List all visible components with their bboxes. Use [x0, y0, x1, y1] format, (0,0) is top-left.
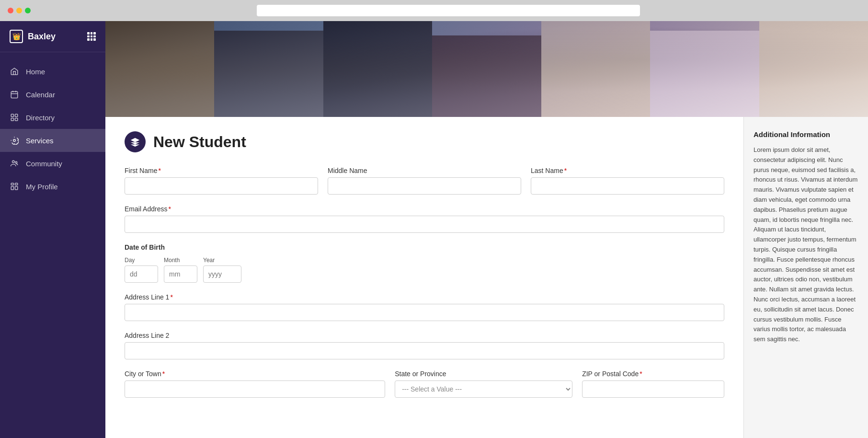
name-row: First Name* Middle Name Last Name* — [125, 167, 724, 195]
close-button[interactable] — [8, 8, 13, 13]
minimize-button[interactable] — [16, 8, 22, 13]
state-label: State or Province — [395, 370, 572, 378]
sidebar-item-my-profile[interactable]: My Profile — [0, 175, 105, 198]
brand: 👑 Baxley — [10, 30, 56, 43]
sidebar-label-calendar: Calendar — [26, 91, 55, 99]
my-profile-icon — [10, 182, 19, 191]
sidebar-header: 👑 Baxley — [0, 21, 105, 52]
brand-icon: 👑 — [10, 30, 23, 43]
services-icon — [10, 136, 19, 145]
city-label: City or Town* — [125, 370, 385, 378]
svg-point-8 — [13, 139, 16, 142]
svg-rect-0 — [11, 92, 18, 98]
dob-row: Date of Birth Day Month Year — [125, 243, 724, 283]
svg-rect-12 — [15, 183, 18, 185]
app-layout: 👑 Baxley — [0, 21, 868, 438]
email-row: Email Address* — [125, 205, 724, 233]
sidebar-label-home: Home — [26, 68, 45, 76]
zip-label: ZIP or Postal Code* — [582, 370, 724, 378]
middle-name-input[interactable] — [328, 177, 521, 195]
dob-month-label: Month — [164, 257, 197, 264]
svg-rect-5 — [15, 114, 18, 116]
sidebar-label-directory: Directory — [26, 114, 55, 122]
dob-month-input[interactable] — [164, 265, 197, 283]
community-icon — [10, 159, 19, 168]
svg-rect-13 — [11, 186, 13, 190]
email-input[interactable] — [125, 216, 724, 233]
address1-input[interactable] — [125, 304, 724, 321]
city-input[interactable] — [125, 380, 385, 398]
sidebar-item-calendar[interactable]: Calendar — [0, 83, 105, 106]
first-name-label: First Name* — [125, 167, 318, 174]
info-panel-text: Lorem ipsum dolor sit amet, consectetur … — [754, 145, 858, 345]
sidebar-nav: Home Calendar — [0, 52, 105, 438]
calendar-icon — [10, 90, 19, 99]
email-label: Email Address* — [125, 205, 724, 213]
sidebar-item-home[interactable]: Home — [0, 60, 105, 83]
sidebar-label-community: Community — [26, 160, 62, 168]
dob-day-input[interactable] — [125, 265, 158, 283]
address2-input[interactable] — [125, 342, 724, 359]
title-icon — [125, 131, 146, 152]
first-name-group: First Name* — [125, 167, 318, 195]
dob-day-label: Day — [125, 257, 158, 264]
svg-rect-14 — [15, 186, 18, 190]
first-name-input[interactable] — [125, 177, 318, 195]
dob-label: Date of Birth — [125, 243, 724, 251]
svg-point-10 — [15, 161, 17, 163]
sidebar-item-services[interactable]: Services — [0, 129, 105, 152]
page-title-row: New Student — [125, 131, 724, 152]
svg-rect-7 — [15, 118, 18, 121]
zip-input[interactable] — [582, 380, 724, 398]
address1-row: Address Line 1* — [125, 293, 724, 321]
city-state-zip-row: City or Town* State or Province --- Sele… — [125, 370, 724, 398]
grid-menu-icon[interactable] — [87, 32, 96, 41]
fullscreen-button[interactable] — [25, 8, 31, 13]
last-name-label: Last Name* — [531, 167, 724, 174]
content-area: New Student First Name* Middle Name — [105, 117, 868, 438]
sidebar: 👑 Baxley — [0, 21, 105, 438]
address-bar[interactable] — [257, 5, 640, 16]
address2-row: Address Line 2 — [125, 332, 724, 359]
address1-group: Address Line 1* — [125, 293, 724, 321]
sidebar-item-community[interactable]: Community — [0, 152, 105, 175]
main-content: New Student First Name* Middle Name — [105, 21, 868, 438]
dob-day-group: Day — [125, 257, 158, 283]
svg-rect-4 — [11, 114, 13, 116]
sidebar-label-my-profile: My Profile — [26, 183, 58, 191]
dob-inputs: Day Month Year — [125, 257, 724, 283]
state-group: State or Province --- Select a Value --- — [395, 370, 572, 398]
traffic-lights — [8, 8, 31, 13]
brand-name: Baxley — [28, 32, 56, 42]
dob-month-group: Month — [164, 257, 197, 283]
form-container: New Student First Name* Middle Name — [105, 117, 743, 438]
svg-rect-6 — [11, 118, 13, 121]
page-title: New Student — [153, 133, 246, 151]
svg-point-9 — [12, 161, 15, 163]
dob-year-group: Year — [203, 257, 241, 283]
info-panel-title: Additional Information — [754, 130, 858, 138]
browser-chrome — [0, 0, 868, 21]
svg-rect-11 — [11, 183, 13, 185]
last-name-group: Last Name* — [531, 167, 724, 195]
middle-name-label: Middle Name — [328, 167, 521, 174]
address1-label: Address Line 1* — [125, 293, 724, 301]
address2-label: Address Line 2 — [125, 332, 724, 339]
sidebar-label-services: Services — [26, 137, 54, 145]
zip-group: ZIP or Postal Code* — [582, 370, 724, 398]
dob-year-label: Year — [203, 257, 241, 264]
city-group: City or Town* — [125, 370, 385, 398]
email-group: Email Address* — [125, 205, 724, 233]
last-name-input[interactable] — [531, 177, 724, 195]
info-panel: Additional Information Lorem ipsum dolor… — [743, 117, 868, 438]
middle-name-group: Middle Name — [328, 167, 521, 195]
hero-image — [105, 21, 868, 117]
dob-year-input[interactable] — [203, 265, 241, 283]
home-icon — [10, 67, 19, 76]
directory-icon — [10, 113, 19, 122]
address2-group: Address Line 2 — [125, 332, 724, 359]
state-select[interactable]: --- Select a Value --- — [395, 380, 572, 398]
sidebar-item-directory[interactable]: Directory — [0, 106, 105, 129]
